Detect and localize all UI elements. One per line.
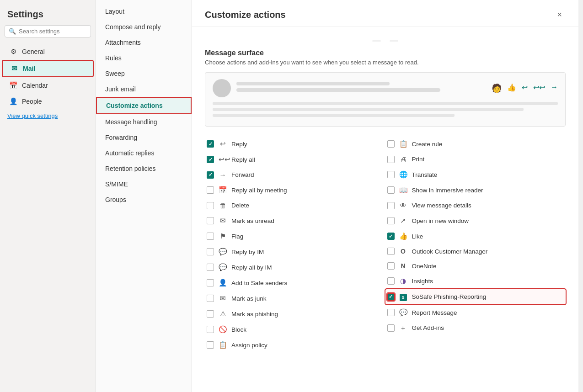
cb-like[interactable] — [387, 233, 395, 240]
search-input[interactable] — [19, 28, 87, 35]
cb-get-addins[interactable] — [387, 324, 395, 332]
preview-body-line-2 — [213, 108, 524, 111]
action-translate[interactable]: 🌐 Translate — [385, 167, 566, 182]
cb-create-rule[interactable] — [387, 140, 395, 148]
block-label: Block — [231, 326, 384, 333]
action-view-details[interactable]: 👁 View message details — [385, 198, 566, 212]
mid-nav-retention[interactable]: Retention policies — [96, 161, 192, 176]
cb-report-message[interactable] — [387, 309, 395, 316]
section-title: Message surface — [205, 49, 566, 57]
action-create-rule[interactable]: 📋 Create rule — [385, 137, 566, 151]
outlook-manager-icon: O — [399, 248, 407, 255]
cb-mark-unread[interactable] — [207, 217, 214, 224]
outlook-manager-label: Outlook Customer Manager — [412, 248, 564, 255]
cb-outlook-manager[interactable] — [387, 248, 395, 255]
mid-nav-groups[interactable]: Groups — [96, 192, 192, 207]
immersive-reader-icon: 📖 — [399, 186, 407, 194]
create-rule-icon: 📋 — [399, 140, 407, 148]
cb-assign-policy[interactable] — [207, 341, 214, 349]
action-immersive-reader[interactable]: 📖 Show in immersive reader — [385, 183, 566, 197]
action-reply-all[interactable]: ↩↩ Reply all — [205, 152, 385, 167]
mark-phishing-icon: ⚠ — [219, 310, 227, 318]
main-header: Customize actions × — [192, 0, 578, 26]
mid-nav-forwarding[interactable]: Forwarding — [96, 130, 192, 145]
mid-nav-layout[interactable]: Layout — [96, 4, 192, 19]
action-assign-policy[interactable]: 📋 Assign policy — [205, 338, 385, 352]
mid-nav-junk[interactable]: Junk email — [96, 81, 192, 97]
cb-insights[interactable] — [387, 277, 395, 285]
cb-block[interactable] — [207, 326, 214, 333]
cb-sosafe[interactable] — [387, 293, 395, 301]
action-reply-meeting[interactable]: 📅 Reply all by meeting — [205, 183, 385, 197]
add-safe-icon: 👤 — [219, 279, 227, 287]
action-mark-junk[interactable]: ✉ Mark as junk — [205, 291, 385, 306]
message-surface-section: Message surface Choose actions and add-i… — [205, 49, 566, 352]
onenote-label: OneNote — [412, 263, 564, 270]
action-reply-im[interactable]: 💬 Reply by IM — [205, 244, 385, 259]
action-open-new-window[interactable]: ↗ Open in new window — [385, 213, 566, 228]
mid-nav-sweep[interactable]: Sweep — [96, 66, 192, 81]
action-flag[interactable]: ⚑ Flag — [205, 229, 385, 244]
action-delete[interactable]: 🗑 Delete — [205, 198, 385, 212]
open-new-window-icon: ↗ — [399, 217, 407, 225]
cb-delete[interactable] — [207, 202, 214, 209]
close-button[interactable]: × — [553, 8, 566, 21]
action-add-safe[interactable]: 👤 Add to Safe senders — [205, 275, 385, 290]
report-message-icon: 💬 — [399, 308, 407, 317]
action-reply[interactable]: ↩ Reply — [205, 137, 385, 151]
action-sosafe[interactable]: S SoSafe Phishing-Reporting — [385, 289, 566, 304]
scrollbar-track[interactable] — [578, 0, 583, 392]
cb-reply-im[interactable] — [207, 248, 214, 255]
preview-like-icon: 👍 — [507, 83, 516, 93]
reply-meeting-icon: 📅 — [219, 186, 227, 194]
sidebar-item-calendar[interactable]: 📅 Calendar — [2, 78, 94, 93]
mid-nav-rules[interactable]: Rules — [96, 50, 192, 66]
cb-reply-all[interactable] — [207, 156, 214, 163]
action-outlook-manager[interactable]: O Outlook Customer Manager — [385, 244, 566, 258]
mark-junk-icon: ✉ — [219, 294, 227, 302]
sidebar-item-mail[interactable]: ✉ Mail — [2, 60, 94, 77]
action-block[interactable]: 🚫 Block — [205, 322, 385, 337]
scroll-down-dash: — — [390, 36, 398, 45]
cb-mark-junk[interactable] — [207, 295, 214, 302]
cb-forward[interactable] — [207, 171, 214, 179]
mid-nav-customize-actions[interactable]: Customize actions — [96, 97, 192, 114]
view-quick-settings-link[interactable]: View quick settings — [0, 110, 96, 122]
action-insights[interactable]: ◑ Insights — [385, 274, 566, 288]
cb-mark-phishing[interactable] — [207, 310, 214, 318]
search-box[interactable]: 🔍 — [5, 25, 91, 37]
mid-nav: Layout Compose and reply Attachments Rul… — [96, 0, 192, 392]
mid-nav-attachments[interactable]: Attachments — [96, 35, 192, 50]
cb-flag[interactable] — [207, 233, 214, 240]
action-mark-phishing[interactable]: ⚠ Mark as phishing — [205, 307, 385, 321]
general-icon: ⚙ — [9, 48, 17, 56]
action-forward[interactable]: → Forward — [205, 168, 385, 182]
mid-nav-message-handling[interactable]: Message handling — [96, 114, 192, 130]
cb-onenote[interactable] — [387, 262, 395, 270]
cb-reply[interactable] — [207, 140, 214, 148]
left-actions-col: ↩ Reply ↩↩ Reply all → Forward — [205, 137, 385, 352]
action-get-addins[interactable]: + Get Add-ins — [385, 321, 566, 335]
action-like[interactable]: 👍 Like — [385, 229, 566, 244]
action-reply-all-im[interactable]: 💬 Reply all by IM — [205, 260, 385, 275]
cb-open-new-window[interactable] — [387, 217, 395, 224]
cb-view-details[interactable] — [387, 202, 395, 209]
mid-nav-auto-replies[interactable]: Automatic replies — [96, 145, 192, 161]
action-print[interactable]: 🖨 Print — [385, 152, 566, 166]
sidebar-item-people[interactable]: 👤 People — [2, 94, 94, 109]
sidebar-item-general[interactable]: ⚙ General — [2, 44, 94, 59]
action-report-message[interactable]: 💬 Report Message — [385, 305, 566, 320]
preview-body-lines — [213, 102, 558, 117]
cb-translate[interactable] — [387, 171, 395, 178]
view-details-label: View message details — [412, 202, 564, 209]
cb-reply-all-im[interactable] — [207, 264, 214, 271]
action-onenote[interactable]: N OneNote — [385, 259, 566, 273]
block-icon: 🚫 — [219, 325, 227, 334]
cb-add-safe[interactable] — [207, 279, 214, 286]
mid-nav-smime[interactable]: S/MIME — [96, 176, 192, 192]
cb-reply-meeting[interactable] — [207, 186, 214, 194]
mid-nav-compose-reply[interactable]: Compose and reply — [96, 19, 192, 35]
cb-print[interactable] — [387, 156, 395, 163]
action-mark-unread[interactable]: ✉ Mark as unread — [205, 213, 385, 228]
cb-immersive-reader[interactable] — [387, 186, 395, 194]
